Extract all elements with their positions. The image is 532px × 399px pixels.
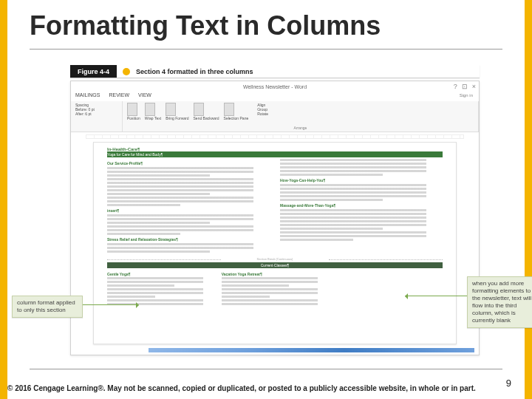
figure-header: Figure 4-4 Section 4 formatted in three … <box>70 65 480 78</box>
send-label: Send Backward <box>194 116 219 120</box>
right-heading-a: How-Yoga-Can-Help-You¶ <box>280 178 443 183</box>
selection-pane-icon[interactable] <box>224 103 234 116</box>
slide-left-stripe <box>0 0 7 399</box>
slide-title: Formatting Text in Columns <box>30 10 381 41</box>
tab-review[interactable]: REVIEW <box>109 92 129 98</box>
close-icon[interactable]: × <box>472 83 476 90</box>
section-three-columns: Gentle Yoga¶ Vacation Yoga Retreat¶ <box>107 270 443 307</box>
section-break-marker: Section Break (Continuous) <box>107 257 443 261</box>
col3-2: Vacation Yoga Retreat¶ <box>222 270 329 307</box>
callout-left: column format applied to only this secti… <box>12 296 83 318</box>
after-label: After: <box>75 112 84 116</box>
horizontal-ruler[interactable] <box>86 134 464 139</box>
figure-container: Figure 4-4 Section 4 formatted in three … <box>70 65 480 358</box>
left-heading-a: Our Service-Profile¶ <box>107 161 270 166</box>
horizontal-scrollbar[interactable] <box>149 348 474 352</box>
position-icon[interactable] <box>127 103 137 116</box>
figure-dot-icon <box>123 68 130 75</box>
col3-3-blank <box>335 270 443 307</box>
page-number: 9 <box>506 378 511 389</box>
ribbon-group-spacing: Spacing Before: 0 pt After: 6 pt <box>71 101 123 132</box>
right-heading-b: Massage-and-More-Than-Yoga¶ <box>280 203 443 208</box>
help-icon[interactable]: ? <box>454 83 457 90</box>
send-backward-icon[interactable] <box>194 103 204 116</box>
ribbon-group-arrange: Position Wrap Text Bring Forward Se <box>123 101 479 132</box>
tab-view[interactable]: VIEW <box>138 92 151 98</box>
wrap-text-icon[interactable] <box>145 103 155 116</box>
rotate-button[interactable]: Rotate <box>257 112 268 116</box>
document-page: In-Health-Care¶ Yoga for Care for Mind a… <box>93 142 457 344</box>
callout-right-arrow <box>405 296 467 296</box>
position-label: Position <box>127 116 140 120</box>
sign-in-link[interactable]: Sign in <box>460 93 473 98</box>
col3-1-head: Gentle Yoga¶ <box>107 272 214 276</box>
window-title: Wellness Newsletter - Word <box>71 81 479 92</box>
column-left: Our Service-Profile¶ insert¶ Stress Reli… <box>107 159 270 254</box>
ribbon: Spacing Before: 0 pt After: 6 pt Positio… <box>71 101 479 132</box>
ribbon-tabs: MAILINGS REVIEW VIEW <box>75 92 151 98</box>
callout-right: when you add more formatting elements to… <box>467 276 532 328</box>
left-note: insert¶ <box>107 208 270 214</box>
title-rule <box>30 49 502 50</box>
after-value[interactable]: 6 pt <box>85 112 91 116</box>
callout-left-arrow <box>83 304 139 305</box>
slide-right-stripe <box>525 0 532 399</box>
bring-label: Bring Forward <box>166 116 188 120</box>
footer-text: © 2016 Cengage Learning®. May not be sca… <box>7 383 495 393</box>
section-two-columns: Our Service-Profile¶ insert¶ Stress Reli… <box>107 159 443 254</box>
restore-icon[interactable]: ⊡ <box>462 83 468 90</box>
col3-2-head: Vacation Yoga Retreat¶ <box>222 272 329 276</box>
figure-caption: Section 4 formatted in three columns <box>136 68 253 75</box>
slide-body: Formatting Text in Columns Figure 4-4 Se… <box>7 0 525 399</box>
doc-subtitle-bar: Yoga for Care for Mind and Body¶ <box>107 151 443 157</box>
footer-rule <box>30 369 502 369</box>
word-window: Wellness Newsletter - Word ? ⊡ × Sign in… <box>70 81 480 355</box>
left-heading-b: Stress Relief and Relaxation-Strategies¶ <box>107 237 270 242</box>
col3-1: Gentle Yoga¶ <box>107 270 214 307</box>
group-label-arrange: Arrange <box>127 126 474 130</box>
column-right: How-Yoga-Can-Help-You¶ Massage-and-More-… <box>280 159 443 254</box>
bring-forward-icon[interactable] <box>166 103 176 116</box>
figure-number: Figure 4-4 <box>70 65 117 78</box>
section4-heading-bar: Current·Classes¶ <box>107 262 443 268</box>
selection-label: Selection Pane <box>224 116 249 120</box>
tab-mailings[interactable]: MAILINGS <box>75 92 100 98</box>
window-controls: ? ⊡ × <box>454 83 476 90</box>
wrap-label: Wrap Text <box>145 116 161 120</box>
